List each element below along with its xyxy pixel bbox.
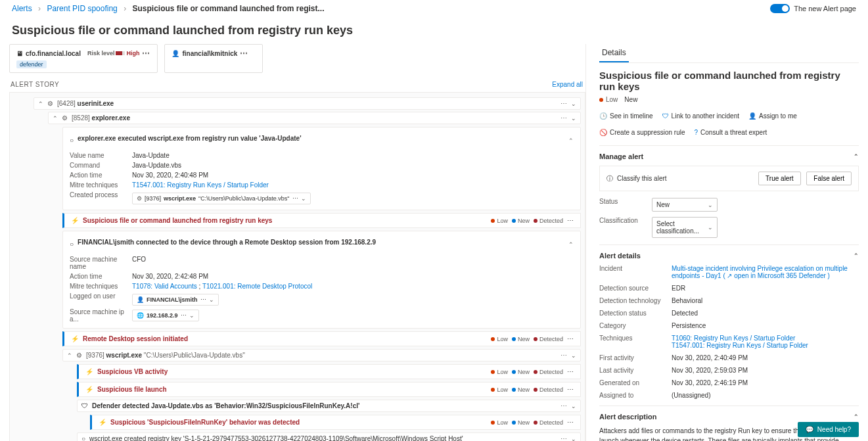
action-link-incident[interactable]: 🛡Link to another incident (662, 112, 739, 120)
breadcrumb-mid[interactable]: Parent PID spoofing (47, 4, 117, 13)
false-alert-button[interactable]: False alert (806, 172, 852, 185)
chevron-icon[interactable]: ⌃ (854, 252, 859, 259)
breadcrumb-root[interactable]: Alerts (12, 4, 32, 13)
device-tag: defender (16, 60, 47, 68)
more-icon[interactable]: ⋯ (567, 368, 574, 375)
chevron-icon[interactable]: ⌄ (571, 352, 576, 359)
chevron-icon[interactable]: ⌄ (301, 195, 306, 202)
more-icon[interactable]: ⋯ (567, 335, 574, 342)
more-icon[interactable]: ⋯ (181, 312, 187, 319)
circle-icon: ○ (70, 137, 74, 144)
gear-icon: ⚙ (47, 100, 53, 107)
user-card[interactable]: 👤 financial\kmitnick ⋯ (164, 44, 263, 73)
event-explorer-executed: ○ explorer.exe executed wscript.exe from… (62, 127, 581, 210)
alert-details-title: Alert details (599, 252, 641, 260)
risk-bar (116, 51, 125, 55)
flash-icon: ⚡ (99, 419, 106, 426)
alert-vb-activity[interactable]: ⚡ Suspicious VB activity Low New Detecte… (77, 364, 581, 379)
page-title: Suspicious file or command launched from… (0, 14, 868, 44)
device-more[interactable]: ⋯ (142, 49, 150, 58)
technique-link[interactable]: T1060: Registry Run Keys / Startup Folde… (672, 335, 795, 342)
alert-suspicious-runkey[interactable]: ⚡ Suspicious 'SuspiciousFileInRunKey' be… (90, 415, 581, 430)
chevron-icon[interactable]: ⌄ (571, 403, 576, 409)
action-timeline[interactable]: 🕒See in timeline (599, 112, 653, 120)
timeline-icon: 🕒 (599, 112, 607, 120)
event-registry-created[interactable]: ○ wscript.exe created registry key 'S-1-… (77, 432, 581, 441)
suppress-icon: 🚫 (599, 129, 607, 136)
info-icon: ⓘ (606, 174, 613, 183)
chevron-down-icon[interactable]: ⌃ (67, 352, 72, 359)
chevron-icon[interactable]: ⌄ (189, 312, 194, 319)
action-assign-me[interactable]: 👤Assign to me (748, 112, 797, 120)
chevron-icon[interactable]: ⌄ (209, 296, 214, 303)
link-icon: 🛡 (662, 112, 669, 120)
chevron-icon[interactable]: ⌄ (571, 436, 576, 442)
mitre-link[interactable]: T1078: Valid Accounts (132, 283, 197, 290)
circle-icon: ○ (70, 241, 74, 248)
more-icon[interactable]: ⋯ (200, 296, 206, 303)
flash-icon: ⚡ (85, 386, 93, 393)
more-icon[interactable]: ⋯ (560, 114, 567, 122)
status-select[interactable]: New⌄ (652, 198, 718, 212)
chat-icon: 💬 (806, 426, 813, 433)
device-icon: 🖥 (16, 50, 23, 57)
created-process-chip[interactable]: ⚙ [9376] wscript.exe "C:\Users\Public\Ja… (132, 193, 311, 204)
alert-desc-title: Alert description (599, 413, 656, 421)
alert-file-launch[interactable]: ⚡ Suspicious file launch Low New Detecte… (77, 382, 581, 397)
alert-story-tree: ⌃ ⚙ [6428] userinit.exe ⋯ ⌄ ⌃ ⚙ [8528] e… (9, 92, 585, 441)
story-label: ALERT STORY (11, 81, 59, 88)
chevron-icon[interactable]: ⌃ (568, 137, 574, 144)
new-page-toggle-label: The new Alert page (794, 5, 856, 12)
action-expert[interactable]: ?Consult a threat expert (695, 129, 767, 136)
globe-icon: 🌐 (137, 312, 144, 319)
process-row-explorer[interactable]: ⌃ ⚙ [8528] explorer.exe ⋯ ⌄ (48, 112, 581, 124)
alert-rdp-initiated[interactable]: ⚡ Remote Desktop session initiated Low N… (62, 331, 581, 346)
event-defender-detected[interactable]: 🛡 Defender detected Java-Update.vbs as '… (77, 400, 581, 412)
true-alert-button[interactable]: True alert (758, 172, 800, 185)
technique-link[interactable]: T1547.001: Registry Run Keys / Startup F… (672, 342, 808, 349)
classification-select[interactable]: Select classification...⌄ (652, 217, 718, 238)
alert-suspicious-registry[interactable]: ⚡ Suspicious file or command launched fr… (62, 213, 581, 228)
chevron-icon[interactable]: ⌃ (568, 241, 574, 248)
tab-details[interactable]: Details (599, 44, 629, 62)
chevron-down-icon[interactable]: ⌃ (38, 101, 43, 107)
chevron-down-icon[interactable]: ⌃ (53, 115, 58, 122)
flash-icon: ⚡ (71, 217, 79, 224)
chevron-icon[interactable]: ⌄ (571, 115, 576, 122)
user-chip[interactable]: 👤FINANCIAL\jsmith⋯⌄ (132, 294, 219, 306)
user-name: financial\kmitnick (182, 50, 237, 57)
event-rdp-connect: ○ FINANCIAL\jsmith connected to the devi… (62, 231, 581, 329)
more-icon[interactable]: ⋯ (567, 386, 574, 393)
process-row-userinit[interactable]: ⌃ ⚙ [6428] userinit.exe ⋯ ⌄ (34, 97, 581, 110)
device-card[interactable]: 🖥 cfo.financial.local Risk level High ⋯ … (9, 44, 158, 73)
mitre-link[interactable]: T1021.001: Remote Desktop Protocol (202, 283, 312, 290)
action-suppress[interactable]: 🚫Create a suppression rule (599, 129, 685, 136)
manage-title: Manage alert (599, 152, 643, 160)
more-icon[interactable]: ⋯ (567, 419, 574, 426)
incident-link[interactable]: Multi-stage incident involving Privilege… (672, 265, 848, 279)
mitre-link[interactable]: T1547.001: Registry Run Keys / Startup F… (132, 181, 269, 189)
user-more[interactable]: ⋯ (240, 49, 248, 58)
side-title: Suspicious file or command launched from… (599, 70, 859, 92)
shield-icon: 🛡 (81, 402, 88, 409)
device-name: cfo.financial.local (26, 50, 81, 57)
more-icon[interactable]: ⋯ (560, 402, 567, 409)
chevron-icon[interactable]: ⌃ (854, 153, 859, 160)
user-icon: 👤 (137, 296, 144, 303)
more-icon[interactable]: ⋯ (560, 352, 567, 359)
ip-chip[interactable]: 🌐192.168.2.9⋯⌄ (132, 310, 199, 321)
flash-icon: ⚡ (71, 335, 79, 342)
expand-all[interactable]: Expand all (552, 81, 583, 88)
process-row-wscript[interactable]: ⌃ ⚙ [9376] wscript.exe "C:\Users\Public\… (62, 349, 581, 361)
more-icon[interactable]: ⋯ (560, 435, 567, 441)
chevron-icon[interactable]: ⌃ (854, 413, 859, 420)
gear-icon: ⚙ (137, 195, 142, 202)
user-icon: 👤 (748, 112, 756, 120)
more-icon[interactable]: ⋯ (567, 217, 574, 224)
chevron-icon[interactable]: ⌄ (571, 101, 576, 107)
need-help-button[interactable]: 💬 Need help? (798, 422, 859, 437)
gear-icon: ⚙ (62, 114, 68, 122)
more-icon[interactable]: ⋯ (560, 100, 567, 107)
new-page-toggle[interactable] (770, 4, 790, 13)
more-icon[interactable]: ⋯ (292, 195, 298, 202)
